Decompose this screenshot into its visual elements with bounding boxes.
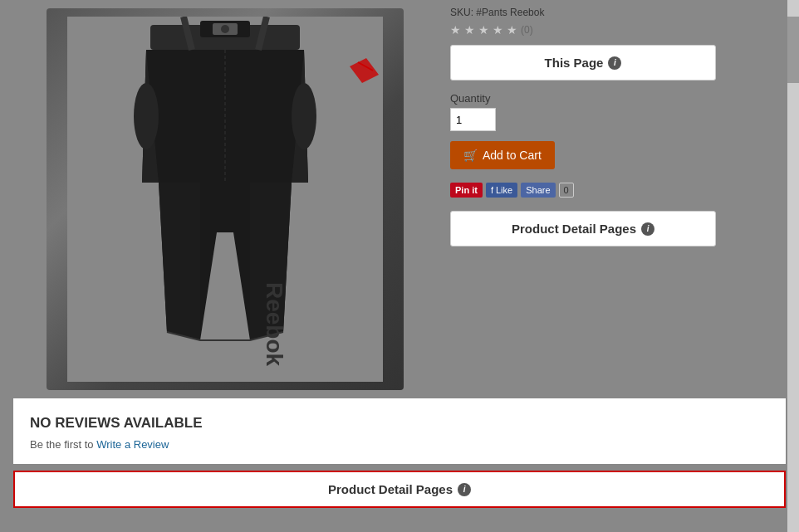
product-image: Reebok <box>47 8 404 390</box>
product-area: Reebok <box>13 0 786 398</box>
product-detail-bottom-info-icon: i <box>458 483 471 496</box>
be-first-text: Be the first to <box>30 438 96 451</box>
stars-row: ★ ★ ★ ★ ★ (0) <box>450 23 772 37</box>
this-page-button[interactable]: This Page i <box>450 45 716 81</box>
scrollbar-thumb[interactable] <box>787 17 799 83</box>
add-to-cart-button[interactable]: 🛒 Add to Cart <box>450 141 555 169</box>
reviews-section: NO REVIEWS AVAILABLE Be the first to Wri… <box>13 398 786 464</box>
page-wrapper: Reebok <box>0 0 799 532</box>
product-image-container: Reebok <box>13 0 437 398</box>
star-3: ★ <box>478 23 489 37</box>
product-image-svg: Reebok <box>67 17 383 382</box>
scrollbar-track <box>787 0 799 532</box>
star-2: ★ <box>464 23 475 37</box>
sku-line: SKU: #Pants Reebok <box>450 7 772 18</box>
write-review-link[interactable]: Write a Review <box>96 438 169 451</box>
quantity-input[interactable] <box>450 108 496 131</box>
star-4: ★ <box>493 23 503 37</box>
pinterest-button[interactable]: Pin it <box>450 183 483 198</box>
product-details-panel: SKU: #Pants Reebok ★ ★ ★ ★ ★ (0) This Pa… <box>437 0 786 398</box>
star-1: ★ <box>450 23 461 37</box>
review-count: (0) <box>521 24 533 36</box>
svg-point-4 <box>221 25 229 33</box>
sku-label: SKU: <box>450 7 473 18</box>
svg-point-8 <box>292 83 316 149</box>
product-detail-top-label: Product Detail Pages <box>512 222 636 236</box>
product-detail-pages-top-button[interactable]: Product Detail Pages i <box>450 211 716 246</box>
no-reviews-title: NO REVIEWS AVAILABLE <box>30 415 769 432</box>
this-page-info-icon: i <box>608 56 621 70</box>
this-page-label: This Page <box>545 56 604 70</box>
svg-text:Reebok: Reebok <box>262 282 287 367</box>
write-review-prompt: Be the first to Write a Review <box>30 438 769 451</box>
facebook-like-button[interactable]: f Like <box>486 183 517 198</box>
product-detail-pages-bottom-button[interactable]: Product Detail Pages i <box>15 472 784 506</box>
bottom-btn-container: Product Detail Pages i <box>13 471 786 508</box>
svg-point-7 <box>134 83 159 149</box>
product-detail-bottom-label: Product Detail Pages <box>328 482 453 496</box>
share-button[interactable]: Share <box>521 183 555 198</box>
social-buttons-row: Pin it f Like Share 0 <box>450 183 772 198</box>
sku-value: #Pants Reebok <box>476 7 544 18</box>
product-detail-top-info-icon: i <box>641 222 654 236</box>
add-to-cart-label: Add to Cart <box>483 149 542 162</box>
share-count: 0 <box>559 183 574 198</box>
quantity-label: Quantity <box>450 92 772 105</box>
star-5: ★ <box>507 23 517 37</box>
cart-icon: 🛒 <box>463 149 478 162</box>
